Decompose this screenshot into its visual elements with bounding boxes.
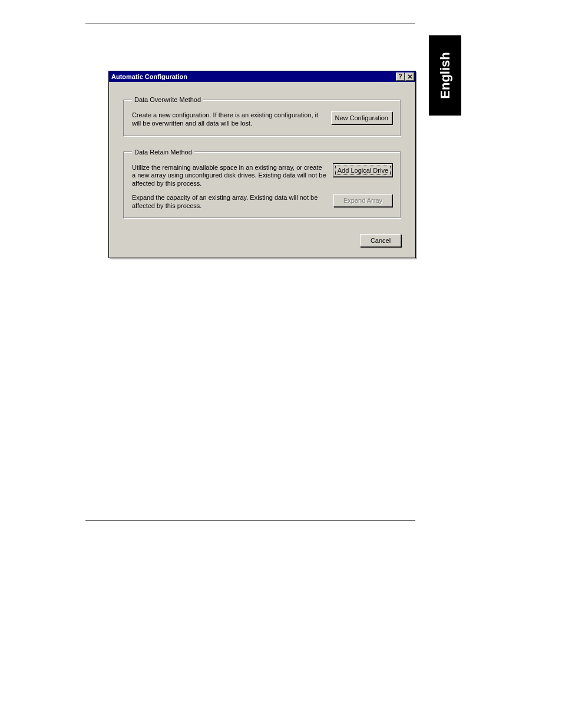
page: English Automatic Configuration ? Data O… xyxy=(0,0,562,728)
help-icon[interactable]: ? xyxy=(396,73,405,81)
close-x-icon xyxy=(408,74,412,79)
page-rule-bottom xyxy=(85,520,415,521)
language-tab-label: English xyxy=(438,52,453,98)
expand-array-row: Expand the capacity of an existing array… xyxy=(132,194,392,210)
close-icon[interactable] xyxy=(405,73,414,81)
language-tab: English xyxy=(429,35,461,116)
add-logical-drive-button[interactable]: Add Logical Drive xyxy=(333,164,392,177)
data-overwrite-group: Data Overwrite Method Create a new confi… xyxy=(123,96,401,137)
titlebar-buttons: ? xyxy=(395,73,414,81)
add-logical-drive-desc: Utilize the remaining available space in… xyxy=(132,164,328,188)
new-configuration-row: Create a new configuration. If there is … xyxy=(132,111,392,128)
titlebar[interactable]: Automatic Configuration ? xyxy=(109,71,415,82)
cancel-button[interactable]: Cancel xyxy=(360,234,401,247)
expand-array-button: Expand Array xyxy=(333,194,392,207)
new-configuration-desc: Create a new configuration. If there is … xyxy=(132,111,325,128)
data-retain-legend: Data Retain Method xyxy=(132,149,194,156)
expand-array-desc: Expand the capacity of an existing array… xyxy=(132,194,328,210)
new-configuration-button[interactable]: New Configuration xyxy=(331,111,393,124)
data-retain-group: Data Retain Method Utilize the remaining… xyxy=(123,149,401,219)
add-logical-drive-row: Utilize the remaining available space in… xyxy=(132,164,392,188)
data-overwrite-legend: Data Overwrite Method xyxy=(132,96,203,103)
titlebar-text: Automatic Configuration xyxy=(111,73,395,80)
automatic-configuration-dialog: Automatic Configuration ? Data Overwrite… xyxy=(108,71,416,258)
dialog-body: Data Overwrite Method Create a new confi… xyxy=(109,82,415,258)
page-rule-top xyxy=(85,24,415,24)
dialog-footer: Cancel xyxy=(123,230,401,247)
